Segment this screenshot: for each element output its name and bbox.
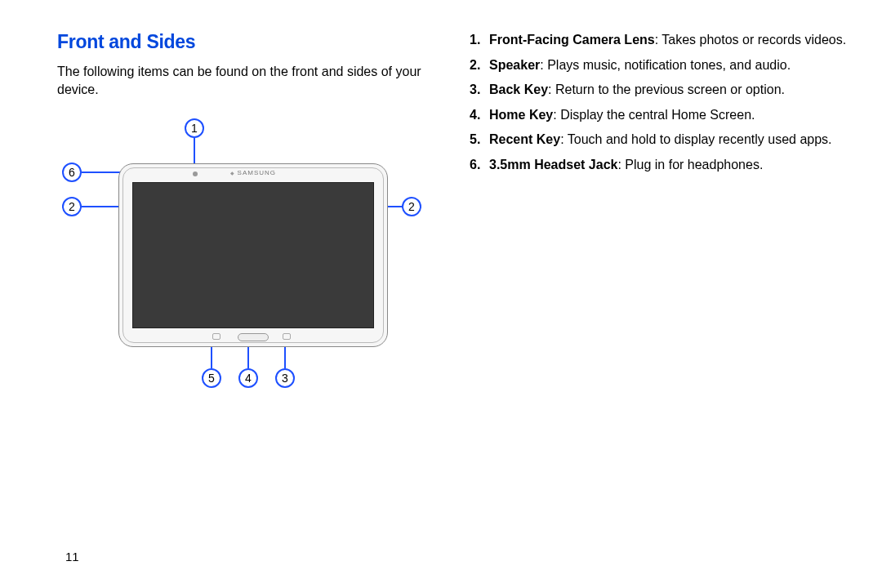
feature-list: Front-Facing Camera Lens: Takes photos o… bbox=[470, 31, 874, 174]
left-column: Front and Sides The following items can … bbox=[57, 31, 445, 421]
term: Recent Key bbox=[489, 132, 560, 146]
term: Home Key bbox=[489, 108, 553, 122]
callout-1: 1 bbox=[185, 118, 204, 138]
term: Front-Facing Camera Lens bbox=[489, 33, 655, 47]
term: Speaker bbox=[489, 58, 540, 72]
desc: : Plays music, notification tones, and a… bbox=[540, 58, 791, 72]
list-item: Recent Key: Touch and hold to display re… bbox=[470, 131, 874, 149]
tablet-screen bbox=[132, 182, 374, 328]
page-title: Front and Sides bbox=[57, 31, 445, 53]
callout-2-left: 2 bbox=[62, 197, 82, 216]
list-item: 3.5mm Headset Jack: Plug in for headphon… bbox=[470, 156, 874, 174]
callout-5: 5 bbox=[202, 368, 221, 388]
term: Back Key bbox=[489, 82, 548, 96]
page-number: 11 bbox=[65, 550, 79, 564]
brand-label: SAMSUNG bbox=[230, 169, 276, 176]
leader-6 bbox=[82, 172, 121, 173]
back-key-icon bbox=[283, 333, 291, 340]
list-item: Back Key: Return to the previous screen … bbox=[470, 81, 874, 99]
callout-6: 6 bbox=[62, 163, 82, 182]
term: 3.5mm Headset Jack bbox=[489, 158, 617, 172]
home-button-icon bbox=[238, 333, 269, 341]
callout-4: 4 bbox=[238, 368, 258, 388]
callout-3: 3 bbox=[275, 368, 295, 388]
list-item: Front-Facing Camera Lens: Takes photos o… bbox=[470, 31, 874, 49]
desc: : Touch and hold to display recently use… bbox=[560, 132, 831, 146]
callout-2-right: 2 bbox=[402, 197, 421, 216]
tablet-outline: SAMSUNG bbox=[118, 163, 388, 347]
device-diagram: 1 6 2 2 5 4 3 SAMSUNG bbox=[57, 118, 437, 421]
intro-text: The following items can be found on the … bbox=[57, 63, 445, 98]
list-item: Speaker: Plays music, notification tones… bbox=[470, 56, 874, 74]
desc: : Return to the previous screen or optio… bbox=[548, 82, 785, 96]
recent-key-icon bbox=[212, 333, 220, 340]
desc: : Takes photos or records videos. bbox=[655, 33, 847, 47]
desc: : Plug in for headphones. bbox=[617, 158, 763, 172]
desc: : Display the central Home Screen. bbox=[553, 108, 755, 122]
right-column: Front-Facing Camera Lens: Takes photos o… bbox=[470, 31, 874, 421]
list-item: Home Key: Display the central Home Scree… bbox=[470, 106, 874, 124]
